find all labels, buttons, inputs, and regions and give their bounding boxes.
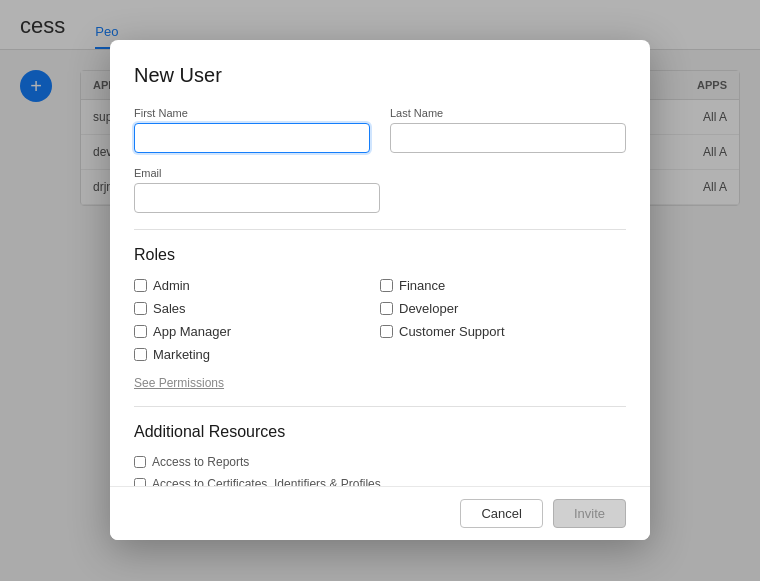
role-developer-label: Developer bbox=[399, 301, 458, 316]
modal-footer: Cancel Invite bbox=[110, 486, 650, 540]
role-app-manager-label: App Manager bbox=[153, 324, 231, 339]
invite-button[interactable]: Invite bbox=[553, 499, 626, 528]
role-admin[interactable]: Admin bbox=[134, 278, 380, 293]
roles-section-title: Roles bbox=[134, 246, 626, 264]
role-admin-label: Admin bbox=[153, 278, 190, 293]
roles-section: Roles bbox=[134, 246, 626, 264]
role-developer[interactable]: Developer bbox=[380, 301, 626, 316]
divider-1 bbox=[134, 229, 626, 230]
role-customer-support-label: Customer Support bbox=[399, 324, 505, 339]
roles-grid: Admin Sales App Manager Marketing bbox=[134, 278, 626, 362]
cancel-button[interactable]: Cancel bbox=[460, 499, 542, 528]
name-row: First Name Last Name bbox=[134, 107, 626, 153]
resource-certificates-label: Access to Certificates, Identifiers & Pr… bbox=[152, 477, 384, 486]
modal-body: New User First Name Last Name Email bbox=[110, 40, 650, 486]
roles-col-1: Admin Sales App Manager Marketing bbox=[134, 278, 380, 362]
role-app-manager[interactable]: App Manager bbox=[134, 324, 380, 339]
last-name-input[interactable] bbox=[390, 123, 626, 153]
email-label: Email bbox=[134, 167, 626, 179]
last-name-label: Last Name bbox=[390, 107, 626, 119]
role-customer-support-checkbox[interactable] bbox=[380, 325, 393, 338]
first-name-group: First Name bbox=[134, 107, 370, 153]
new-user-modal: New User First Name Last Name Email bbox=[110, 40, 650, 540]
role-marketing-checkbox[interactable] bbox=[134, 348, 147, 361]
resource-reports-checkbox[interactable] bbox=[134, 456, 146, 468]
role-sales[interactable]: Sales bbox=[134, 301, 380, 316]
last-name-group: Last Name bbox=[390, 107, 626, 153]
resource-reports: Access to Reports bbox=[134, 455, 626, 469]
additional-resources-section: Additional Resources Access to Reports A… bbox=[134, 423, 626, 486]
role-finance[interactable]: Finance bbox=[380, 278, 626, 293]
role-sales-label: Sales bbox=[153, 301, 186, 316]
email-input[interactable] bbox=[134, 183, 380, 213]
email-group: Email bbox=[134, 167, 626, 213]
resource-reports-label: Access to Reports bbox=[152, 455, 249, 469]
role-app-manager-checkbox[interactable] bbox=[134, 325, 147, 338]
resource-certificates-checkbox[interactable] bbox=[134, 478, 146, 486]
role-admin-checkbox[interactable] bbox=[134, 279, 147, 292]
role-customer-support[interactable]: Customer Support bbox=[380, 324, 626, 339]
additional-resources-title: Additional Resources bbox=[134, 423, 626, 441]
modal-title: New User bbox=[134, 64, 626, 87]
role-marketing-label: Marketing bbox=[153, 347, 210, 362]
roles-col-2: Finance Developer Customer Support bbox=[380, 278, 626, 362]
see-permissions-link[interactable]: See Permissions bbox=[134, 376, 626, 390]
first-name-input[interactable] bbox=[134, 123, 370, 153]
role-finance-checkbox[interactable] bbox=[380, 279, 393, 292]
first-name-label: First Name bbox=[134, 107, 370, 119]
resource-certificates: Access to Certificates, Identifiers & Pr… bbox=[134, 477, 626, 486]
divider-2 bbox=[134, 406, 626, 407]
role-finance-label: Finance bbox=[399, 278, 445, 293]
modal-overlay: New User First Name Last Name Email bbox=[0, 0, 760, 581]
role-marketing[interactable]: Marketing bbox=[134, 347, 380, 362]
role-developer-checkbox[interactable] bbox=[380, 302, 393, 315]
role-sales-checkbox[interactable] bbox=[134, 302, 147, 315]
